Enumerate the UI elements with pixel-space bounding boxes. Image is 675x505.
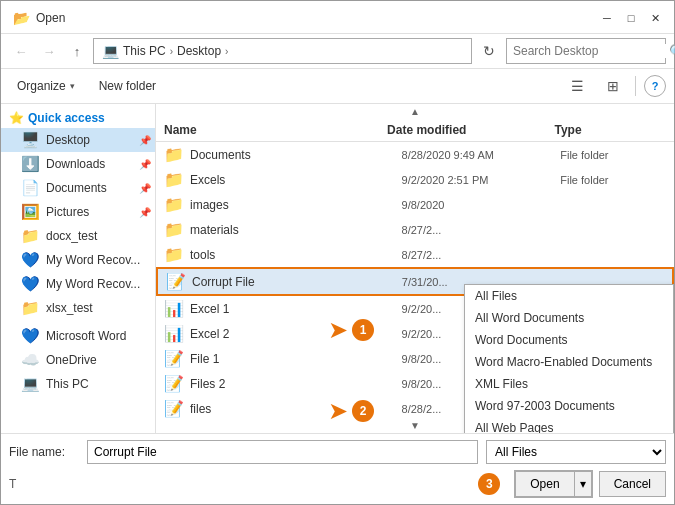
pin-icon-downloads: 📌 xyxy=(139,159,151,170)
step1-annotation: ➤ 1 xyxy=(328,316,374,344)
col-header-name[interactable]: Name xyxy=(164,123,387,137)
title-bar-left: 📂 Open xyxy=(13,10,65,26)
view-icons-button[interactable]: ⊞ xyxy=(599,73,627,99)
file-name-input[interactable] xyxy=(87,440,478,464)
step2-badge: 2 xyxy=(352,400,374,422)
desktop-icon: 🖥️ xyxy=(21,131,40,149)
step2-annotation: ➤ 2 xyxy=(328,397,374,425)
sidebar-item-docx-test[interactable]: 📁 docx_test xyxy=(1,224,155,248)
file-item-documents[interactable]: 📁 Documents 8/28/2020 9:49 AM File folde… xyxy=(156,142,674,167)
maximize-button[interactable]: □ xyxy=(620,7,642,29)
sidebar-xlsx-test-label: xlsx_test xyxy=(46,301,93,315)
back-button[interactable]: ← xyxy=(9,39,33,63)
sidebar-item-microsoft-word[interactable]: 💙 Microsoft Word xyxy=(1,324,155,348)
file-name-tools: tools xyxy=(190,248,402,262)
toolbar-separator xyxy=(635,76,636,96)
open-dialog: 📂 Open ─ □ ✕ ← → ↑ 💻 This PC › Desktop ›… xyxy=(0,0,675,505)
dropdown-item-word-97[interactable]: Word 97-2003 Documents xyxy=(465,395,673,417)
file-item-excels[interactable]: 📁 Excels 9/2/2020 2:51 PM File folder xyxy=(156,167,674,192)
search-input[interactable] xyxy=(507,44,669,58)
toolbar: Organize ▾ New folder ☰ ⊞ ? xyxy=(1,69,674,104)
file-area: ▲ Name Date modified Type 📁 Documents 8/… xyxy=(156,104,674,433)
file-name-row: File name: All Files xyxy=(9,440,666,464)
search-box[interactable]: 🔍 xyxy=(506,38,666,64)
sidebar-item-downloads[interactable]: ⬇️ Downloads 📌 xyxy=(1,152,155,176)
file-date-excels: 9/2/2020 2:51 PM xyxy=(402,174,561,186)
sidebar-docx-test-label: docx_test xyxy=(46,229,97,243)
dropdown-item-word-docs[interactable]: Word Documents xyxy=(465,329,673,351)
sidebar-item-word-recov-2[interactable]: 💙 My Word Recov... xyxy=(1,272,155,296)
folder-icon-images: 📁 xyxy=(164,195,184,214)
ms-word-icon: 💙 xyxy=(21,327,40,345)
title-bar: 📂 Open ─ □ ✕ xyxy=(1,1,674,34)
sidebar-item-documents[interactable]: 📄 Documents 📌 xyxy=(1,176,155,200)
file-item-materials[interactable]: 📁 materials 8/27/2... xyxy=(156,217,674,242)
up-button[interactable]: ↑ xyxy=(65,39,89,63)
col-header-type[interactable]: Type xyxy=(554,123,666,137)
file-type-dropdown[interactable]: All Files All Word Documents Word Docume… xyxy=(464,284,674,433)
sidebar-item-this-pc[interactable]: 💻 This PC xyxy=(1,372,155,396)
open-button-group[interactable]: Open ▾ xyxy=(514,470,592,498)
file-item-images[interactable]: 📁 images 9/8/2020 xyxy=(156,192,674,217)
word-icon-corrupt: 📝 xyxy=(166,272,186,291)
address-path[interactable]: 💻 This PC › Desktop › xyxy=(93,38,472,64)
file-item-tools[interactable]: 📁 tools 8/27/2... xyxy=(156,242,674,267)
documents-folder-icon: 📄 xyxy=(21,179,40,197)
file-name-excels: Excels xyxy=(190,173,402,187)
dropdown-item-word-macro[interactable]: Word Macro-Enabled Documents xyxy=(465,351,673,373)
path-part-pc: This PC xyxy=(123,44,166,58)
sidebar-item-word-recov-1[interactable]: 💙 My Word Recov... xyxy=(1,248,155,272)
path-part-desktop: Desktop xyxy=(177,44,221,58)
minimize-button[interactable]: ─ xyxy=(596,7,618,29)
new-folder-label: New folder xyxy=(99,79,156,93)
sidebar-item-pictures[interactable]: 🖼️ Pictures 📌 xyxy=(1,200,155,224)
dropdown-item-all-word-docs[interactable]: All Word Documents xyxy=(465,307,673,329)
close-button[interactable]: ✕ xyxy=(644,7,666,29)
folder-icon-materials: 📁 xyxy=(164,220,184,239)
sidebar-item-onedrive[interactable]: ☁️ OneDrive xyxy=(1,348,155,372)
file-type-select[interactable]: All Files xyxy=(486,440,666,464)
open-dropdown-arrow[interactable]: ▾ xyxy=(574,471,592,497)
dropdown-item-xml[interactable]: XML Files xyxy=(465,373,673,395)
file-name-files2: Files 2 xyxy=(190,377,402,391)
open-button[interactable]: Open xyxy=(515,471,573,497)
file-name-documents: Documents xyxy=(190,148,402,162)
dropdown-item-all-files[interactable]: All Files xyxy=(465,285,673,307)
sidebar-item-xlsx-test[interactable]: 📁 xlsx_test xyxy=(1,296,155,320)
pin-icon-desktop: 📌 xyxy=(139,135,151,146)
excel-icon-1: 📊 xyxy=(164,299,184,318)
file-date-materials: 8/27/2... xyxy=(402,224,561,236)
sidebar-onedrive-label: OneDrive xyxy=(46,353,97,367)
dropdown-item-web-pages[interactable]: All Web Pages xyxy=(465,417,673,433)
sidebar-item-desktop[interactable]: 🖥️ Desktop 📌 xyxy=(1,128,155,152)
view-list-button[interactable]: ☰ xyxy=(563,73,591,99)
downloads-icon: ⬇️ xyxy=(21,155,40,173)
new-folder-button[interactable]: New folder xyxy=(91,76,164,96)
sidebar-this-pc-label: This PC xyxy=(46,377,89,391)
file-name-file1: File 1 xyxy=(190,352,402,366)
search-icon-button[interactable]: 🔍 xyxy=(669,39,675,63)
refresh-button[interactable]: ↻ xyxy=(476,38,502,64)
file-list-header: Name Date modified Type xyxy=(156,119,674,142)
quick-access-icon: ⭐ xyxy=(9,111,24,125)
sidebar-word-recov2-label: My Word Recov... xyxy=(46,277,140,291)
help-button[interactable]: ? xyxy=(644,75,666,97)
word-icon-files: 📝 xyxy=(164,399,184,418)
sidebar-pictures-label: Pictures xyxy=(46,205,89,219)
quick-access-section: ⭐ Quick access xyxy=(1,108,155,128)
step3-badge: 3 xyxy=(478,473,500,495)
forward-button[interactable]: → xyxy=(37,39,61,63)
action-label-t: T xyxy=(9,477,16,491)
address-bar: ← → ↑ 💻 This PC › Desktop › ↻ 🔍 xyxy=(1,34,674,69)
step1-badge: 1 xyxy=(352,319,374,341)
sidebar-desktop-label: Desktop xyxy=(46,133,90,147)
organize-button[interactable]: Organize ▾ xyxy=(9,76,83,96)
cancel-button[interactable]: Cancel xyxy=(599,471,666,497)
bottom-bar: File name: All Files T 3 Open ▾ Cancel xyxy=(1,433,674,504)
sidebar: ⭐ Quick access 🖥️ Desktop 📌 ⬇️ Downloads… xyxy=(1,104,156,433)
step2-arrow-icon: ➤ xyxy=(328,397,348,425)
organize-label: Organize xyxy=(17,79,66,93)
scroll-up[interactable]: ▲ xyxy=(156,104,674,119)
col-header-date[interactable]: Date modified xyxy=(387,123,554,137)
window-icon: 📂 xyxy=(13,10,30,26)
